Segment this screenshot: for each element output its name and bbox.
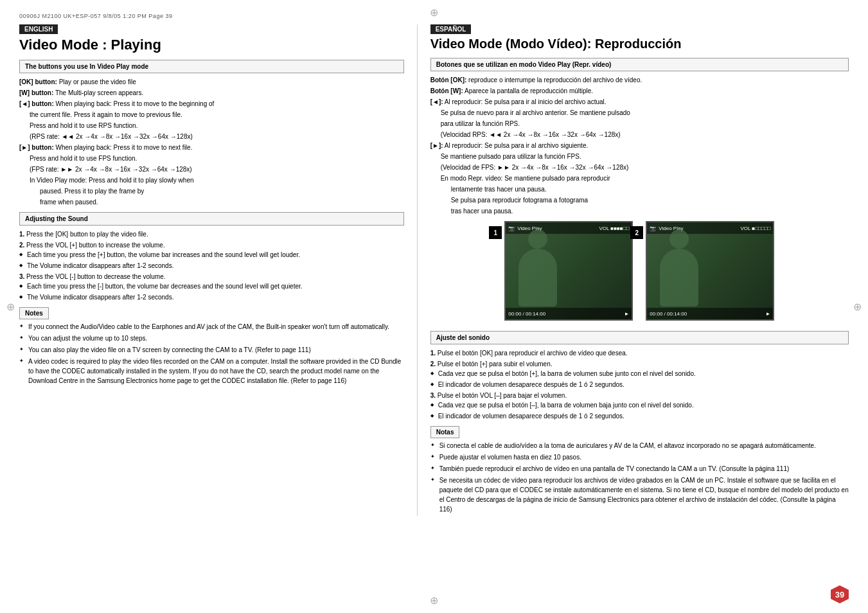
camera-screens-area: 1 📷 Video Play VOL ■■■■□□ (430, 221, 849, 323)
cam-bottom-bar-2: 00:00 / 00:14:00 ► (647, 308, 773, 319)
cam-vol-2: VOL ■□□□□□ (740, 226, 770, 231)
notes-label-es: Notas (430, 426, 460, 438)
cam-top-bar-1: 📷 Video Play VOL ■■■■□□ (506, 222, 632, 234)
cam-time-2: 00:00 / 00:14:00 (650, 311, 687, 317)
section-box-sound-es: Ajuste del sonido (430, 331, 849, 344)
buttons-content-es: Botón [OK]: reproduce o interrumpe la re… (430, 75, 849, 216)
sound-content-en: 1. Press the [OK] button to play the vid… (19, 229, 404, 302)
notes-label-en: Notes (19, 307, 49, 319)
cam-vol-1: VOL ■■■■□□ (599, 226, 629, 231)
cam-screen-inner-2: 📷 Video Play VOL ■□□□□□ 00:00 / 00:14:00… (647, 222, 773, 319)
note-es-4: Se necesita un códec de vídeo para repro… (430, 475, 849, 514)
cam-play-1: ► (624, 311, 629, 317)
sound-content-es: 1. Pulse el botón [OK] para reproducir e… (430, 348, 849, 421)
section-box-buttons-es: Botones que se utilizan en modo Video Pl… (430, 58, 849, 71)
note-en-1: If you connect the Audio/Video cable to … (19, 322, 404, 332)
registration-mark-bottom: ⊕ (430, 594, 438, 607)
step-1-en: 1. Press the [OK] button to play the vid… (19, 229, 404, 239)
col-espanol: ESPAÑOL Video Mode (Modo Vídeo): Reprodu… (418, 24, 849, 516)
screen-number-1: 1 (489, 226, 502, 239)
buttons-content-en: [OK] button: Play or pause the video fil… (19, 77, 404, 207)
head-1 (528, 229, 547, 249)
cam-time-1: 00:00 / 00:14:00 (508, 311, 545, 317)
screen-number-2: 2 (630, 226, 643, 239)
notes-list-es: Si conecta el cable de audio/vídeo a la … (430, 441, 849, 514)
note-en-2: You can adjust the volume up to 10 steps… (19, 333, 404, 343)
page-number: 39 (831, 585, 849, 603)
page-container: 00906J M2100 UK+ESP-057 9/8/05 1:20 PM P… (0, 0, 868, 613)
note-es-2: Puede ajustar el volumen hasta en diez 1… (430, 452, 849, 462)
cam-screen-inner-1: 📷 Video Play VOL ■■■■□□ 00:00 / 00:14:00… (506, 222, 632, 319)
head-2 (669, 229, 689, 249)
section-box-buttons-en: The buttons you use In Video Play mode (19, 60, 404, 73)
registration-mark-right: ⊕ (853, 301, 862, 313)
step-3-es: 3. Pulse el botón VOL [–] para bajar el … (430, 391, 849, 421)
col-english: ENGLISH Video Mode : Playing The buttons… (19, 24, 418, 516)
notes-list-en: If you connect the Audio/Video cable to … (19, 322, 404, 386)
note-es-1: Si conecta el cable de audio/vídeo a la … (430, 441, 849, 450)
section-box-sound-en: Adjusting the Sound (19, 212, 404, 226)
camera-screen-1-wrapper: 1 📷 Video Play VOL ■■■■□□ (504, 221, 633, 323)
step-1-es: 1. Pulse el botón [OK] para reproducir e… (430, 348, 849, 358)
main-title-right: Video Mode (Modo Vídeo): Reproducción (430, 37, 849, 51)
step-2-es: 2. Pulse el botón [+] para subir el volu… (430, 359, 849, 389)
cam-bottom-bar-1: 00:00 / 00:14:00 ► (506, 308, 632, 319)
lang-badge-english: ENGLISH (19, 24, 58, 34)
camera-screen-2: 📷 Video Play VOL ■□□□□□ 00:00 / 00:14:00… (646, 221, 774, 321)
two-col-layout: ENGLISH Video Mode : Playing The buttons… (19, 24, 849, 516)
camera-screen-2-wrapper: 2 📷 Video Play VOL ■□□□□□ 00:00 / 00 (646, 221, 774, 323)
person-silhouette-1 (518, 249, 557, 306)
main-title-left: Video Mode : Playing (19, 37, 404, 53)
step-2-en: 2. Press the VOL [+] button to increase … (19, 240, 404, 271)
cam-icon-2: 📷 (650, 226, 656, 231)
note-es-3: También puede reproducir el archivo de v… (430, 464, 849, 474)
step-3-en: 3. Press the VOL [-] button to decrease … (19, 272, 404, 302)
cam-top-bar-2: 📷 Video Play VOL ■□□□□□ (647, 222, 773, 234)
note-en-4: A video codec is required to play the vi… (19, 357, 404, 386)
person-silhouette-2 (660, 249, 698, 306)
note-en-3: You can also play the video file on a TV… (19, 345, 404, 355)
cam-icon-1: 📷 (508, 226, 515, 231)
camera-screen-1: 📷 Video Play VOL ■■■■□□ 00:00 / 00:14:00… (504, 221, 633, 321)
registration-mark-left: ⊕ (6, 301, 15, 313)
registration-mark-top: ⊕ (430, 6, 438, 19)
cam-play-2: ► (765, 311, 770, 317)
lang-badge-espanol: ESPAÑOL (430, 24, 472, 34)
